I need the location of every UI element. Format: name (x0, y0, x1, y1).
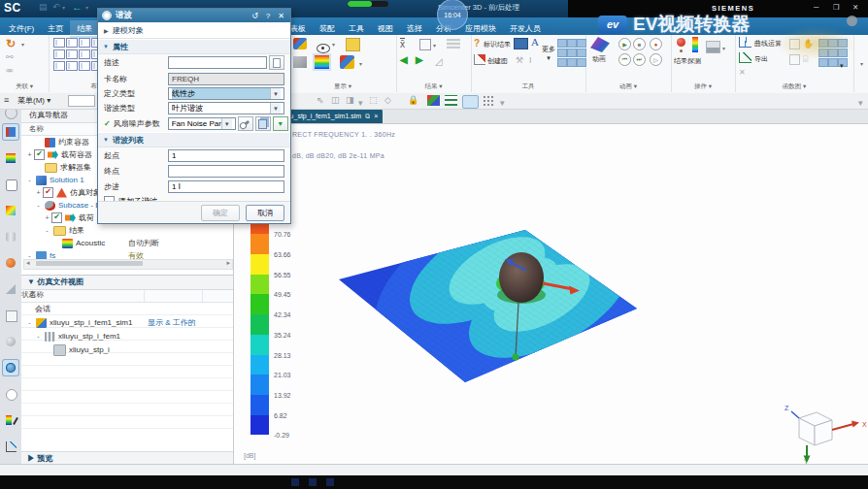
show-dropdown-icon[interactable]: ▾ (332, 41, 335, 48)
more-label[interactable]: 更多▾ (542, 45, 555, 62)
menu-button[interactable]: 菜单(M) ▾ (17, 95, 50, 106)
file-row[interactable]: 会话 (21, 303, 233, 316)
checkbox[interactable]: ✔ (43, 187, 53, 198)
expander-icon[interactable]: + (25, 151, 34, 158)
undo-dropdown-icon[interactable]: ▾ (62, 4, 65, 11)
identify-results-label[interactable]: 标识结果 (484, 40, 511, 49)
tab-popout-icon[interactable]: ⧉ (365, 113, 370, 120)
hamburger-menu-icon[interactable]: ≡ (4, 95, 9, 105)
tools-dim-icon[interactable]: ⚒ (516, 55, 523, 65)
close-button[interactable]: ✕ (852, 3, 858, 12)
select-body-icon[interactable]: ◫ (331, 95, 340, 105)
last-frame-icon[interactable]: ▷ (650, 53, 662, 66)
file-view-title[interactable]: ▼ 仿真文件视图 (21, 276, 233, 290)
probe-icon[interactable] (677, 38, 685, 47)
ribbon-overflow-icon[interactable]: ▾ (860, 60, 863, 67)
box-select-icon[interactable] (419, 39, 431, 50)
definition-type-select[interactable]: 线性步▼ (168, 87, 284, 100)
first-frame-icon[interactable]: ⏮ (618, 53, 631, 66)
back-dropdown-icon[interactable]: ▾ (85, 4, 88, 11)
result-overlay-icon[interactable] (340, 55, 354, 69)
edit-wrench-button[interactable] (238, 116, 253, 131)
minimize-button[interactable]: ─ (814, 3, 818, 12)
section-cube-icon[interactable]: ◇ (384, 95, 391, 105)
mapping-navigator-icon[interactable] (3, 177, 18, 192)
monitor-icon[interactable] (514, 38, 528, 49)
sphere-icon[interactable] (3, 334, 18, 349)
cancel-button[interactable]: 取消 (246, 205, 284, 221)
layers-icon[interactable] (447, 39, 460, 49)
show-hide-icon[interactable] (317, 44, 330, 53)
expander-icon[interactable]: + (43, 214, 51, 221)
tree-row[interactable]: - ✔ 结果 (21, 224, 233, 237)
selection-filter-box[interactable] (68, 95, 95, 107)
edit-display-icon[interactable] (293, 56, 307, 68)
select-face-icon[interactable]: ◨ (346, 95, 354, 105)
expander-icon[interactable]: - (43, 227, 51, 234)
expander-icon[interactable]: - (34, 202, 43, 209)
export-label[interactable]: 导出 (754, 54, 768, 64)
file-row[interactable]: - xliuyu_stp_i_fem1 (21, 330, 233, 343)
dialog-close-icon[interactable]: ✕ (276, 12, 286, 20)
post-processing-navigator-icon[interactable] (3, 150, 18, 166)
menu-tab[interactable]: 工具 (342, 20, 371, 38)
relink-dropdown-icon[interactable]: ▾ (21, 41, 24, 48)
graphics-viewport[interactable]: RECT FREQUENCY 1. . 360Hz dB, dB dB20, d… (233, 123, 868, 465)
stop-icon[interactable]: ■ (633, 38, 646, 50)
file-row[interactable]: - xliuyu_stp_i_fem1_sim1 显示 & 工作的 (21, 316, 233, 330)
ok-button[interactable]: 确定 (201, 205, 240, 221)
modeling-object-section[interactable]: ▶建模对象 (98, 22, 290, 39)
xy-tools-icon[interactable] (3, 439, 18, 454)
relink-icon[interactable]: ↻ (6, 37, 16, 50)
menu-tab[interactable]: 主页 (41, 20, 70, 38)
copy-button[interactable] (255, 116, 271, 131)
render-style-icon[interactable] (427, 95, 440, 106)
harmonics-dialog[interactable]: 谐波 ↺ ? ✕ ▶建模对象 ▼属性 描述 卡名称 FREQH 定义类型 线性步… (97, 8, 291, 224)
layout-grid-icons[interactable] (53, 38, 102, 71)
box-dropdown-icon[interactable]: ▾ (433, 42, 436, 49)
history-clock-icon[interactable] (3, 386, 18, 402)
undo-icon[interactable]: ↶ (52, 2, 60, 12)
navigator-horizontal-scrollbar[interactable]: ◂ ▸ (23, 259, 233, 270)
expander-icon[interactable]: - (25, 319, 34, 326)
display-entity-icon[interactable] (293, 38, 307, 49)
unlink-icon[interactable]: ⚮ (6, 66, 14, 76)
expander-icon[interactable]: - (34, 333, 43, 340)
expander-icon[interactable]: - (25, 177, 34, 183)
animation-icon[interactable] (590, 37, 610, 52)
contour-display-icon[interactable] (315, 55, 329, 69)
dialog-help-icon[interactable]: ? (264, 12, 272, 20)
restore-button[interactable]: ❒ (833, 3, 840, 12)
card-name-input[interactable]: FREQH (168, 73, 284, 85)
more2-label[interactable]: ▾ (840, 62, 844, 70)
trace-icon[interactable]: ◿ (435, 56, 443, 67)
average-icon[interactable]: x̄ (400, 38, 405, 49)
animation-label[interactable]: 动画 (592, 54, 606, 64)
harmonic-list-section-header[interactable]: ▼谐波列表 (98, 132, 290, 147)
step-input[interactable]: 1I (168, 180, 284, 193)
taskbar-icon[interactable] (291, 478, 299, 486)
menu-tab[interactable]: 装配 (313, 20, 342, 38)
dialog-title-bar[interactable]: 谐波 ↺ ? ✕ (98, 9, 290, 22)
checkbox[interactable]: ✔ (51, 212, 62, 223)
scroll-left-icon[interactable]: ◂ (26, 259, 30, 267)
grid-points-icon[interactable] (483, 95, 495, 106)
note-button[interactable] (269, 55, 284, 70)
monitor-icon[interactable] (3, 203, 18, 218)
tree-row[interactable]: ✔ Acoustic 自动判断 (21, 237, 233, 249)
curve-operation-icon[interactable] (739, 37, 751, 48)
probe-label[interactable]: 结果探测 (674, 56, 701, 66)
properties-section-header[interactable]: ▼属性 (98, 39, 290, 54)
shaded-cube-icon[interactable]: ⬚ (369, 95, 378, 105)
template-pen-icon[interactable] (3, 412, 18, 428)
start-input[interactable]: 1 (168, 149, 284, 162)
acoustic-contour-plot[interactable] (234, 124, 868, 465)
identify-icon[interactable]: ? (474, 38, 480, 49)
lock-view-icon[interactable]: 🔒 (408, 95, 418, 105)
save-icon[interactable]: ▤ (39, 2, 48, 12)
display-dropdown-icon[interactable]: ▾ (500, 98, 505, 108)
web-browser-icon[interactable] (3, 360, 18, 375)
create-graph-icon[interactable] (474, 54, 485, 65)
expand-green-button[interactable]: ▼ (273, 116, 288, 131)
back-icon[interactable]: ← (72, 1, 83, 13)
